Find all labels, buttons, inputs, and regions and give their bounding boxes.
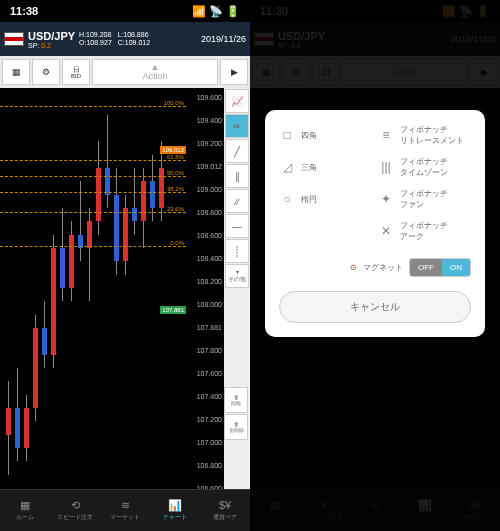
- nav-speed[interactable]: ⟲スピード注文: [50, 490, 100, 531]
- trend-tool[interactable]: 📈: [225, 89, 249, 113]
- bid-button[interactable]: 日BID: [62, 59, 90, 85]
- cancel-button[interactable]: キャンセル: [279, 291, 471, 323]
- settings-button[interactable]: ⚙: [32, 59, 60, 85]
- pair-label: USD/JPY: [28, 30, 75, 42]
- header: USD/JPY SP: 0.2 H:109.208L:108.886 O:108…: [0, 22, 250, 56]
- nav-home[interactable]: ▦ホーム: [0, 490, 50, 531]
- chart-area[interactable]: 100.0%61.8%50.0%38.2%23.6%0.0%109.012107…: [0, 88, 250, 498]
- line-tool[interactable]: ╱: [225, 139, 249, 163]
- channel-tool[interactable]: ⫽: [225, 189, 249, 213]
- flag-icon: [4, 32, 24, 46]
- plot-area[interactable]: 100.0%61.8%50.0%38.2%23.6%0.0%109.012107…: [0, 88, 186, 498]
- y-axis: 109.600109.400109.200109.012109.000108.8…: [186, 88, 224, 498]
- more-tool[interactable]: ▾その他: [225, 264, 249, 288]
- date: 2019/11/26: [201, 34, 246, 44]
- grid-button[interactable]: ▦: [2, 59, 30, 85]
- magnet-toggle[interactable]: OFF ON: [409, 258, 471, 277]
- phone-right: 11:30 📶 📡 🔋 USD/JPYSP: 0.2 2019/11/26 ▦⚙…: [250, 0, 500, 531]
- nav-chart[interactable]: 📊チャート: [150, 490, 200, 531]
- fib-option[interactable]: ✦フィボナッチ ファン: [378, 188, 471, 210]
- action-button[interactable]: ▲ Action: [92, 59, 218, 85]
- nav-pairs[interactable]: $¥通貨ペア: [200, 490, 250, 531]
- status-icons: 📶 📡 🔋: [192, 5, 240, 18]
- shape-option[interactable]: [279, 220, 372, 242]
- shape-modal: □四角≡フィボナッチ リトレースメント◿三角|||フィボナッチ タイムゾーン○楕…: [265, 110, 485, 337]
- pencil-tool[interactable]: ✏: [225, 114, 249, 138]
- horizontal-tool[interactable]: —: [225, 214, 249, 238]
- nav-market[interactable]: ≋マーケット: [100, 490, 150, 531]
- delete-button[interactable]: 🗑削除: [224, 387, 248, 413]
- fib-option[interactable]: |||フィボナッチ タイムゾーン: [378, 156, 471, 178]
- shape-option[interactable]: □四角: [279, 124, 372, 146]
- phone-left: 11:38 📶 📡 🔋 USD/JPY SP: 0.2 H:109.208L:1…: [0, 0, 250, 531]
- shape-option[interactable]: ○楕円: [279, 188, 372, 210]
- shape-option[interactable]: ◿三角: [279, 156, 372, 178]
- status-bar: 11:38 📶 📡 🔋: [0, 0, 250, 22]
- fib-option[interactable]: ✕フィボナッチ アーク: [378, 220, 471, 242]
- delete-all-button[interactable]: 🗑全削除: [224, 414, 248, 440]
- vertical-tool[interactable]: ┊: [225, 239, 249, 263]
- status-time: 11:38: [10, 5, 38, 17]
- magnet-row: ⊙マグネット OFF ON: [279, 258, 471, 277]
- play-button[interactable]: ▶: [220, 59, 248, 85]
- fib-option[interactable]: ≡フィボナッチ リトレースメント: [378, 124, 471, 146]
- hline-tool[interactable]: ∥: [225, 164, 249, 188]
- toolbar: ▦ ⚙ 日BID ▲ Action ▶: [0, 56, 250, 88]
- bottom-nav: ▦ホーム ⟲スピード注文 ≋マーケット 📊チャート $¥通貨ペア: [0, 489, 250, 531]
